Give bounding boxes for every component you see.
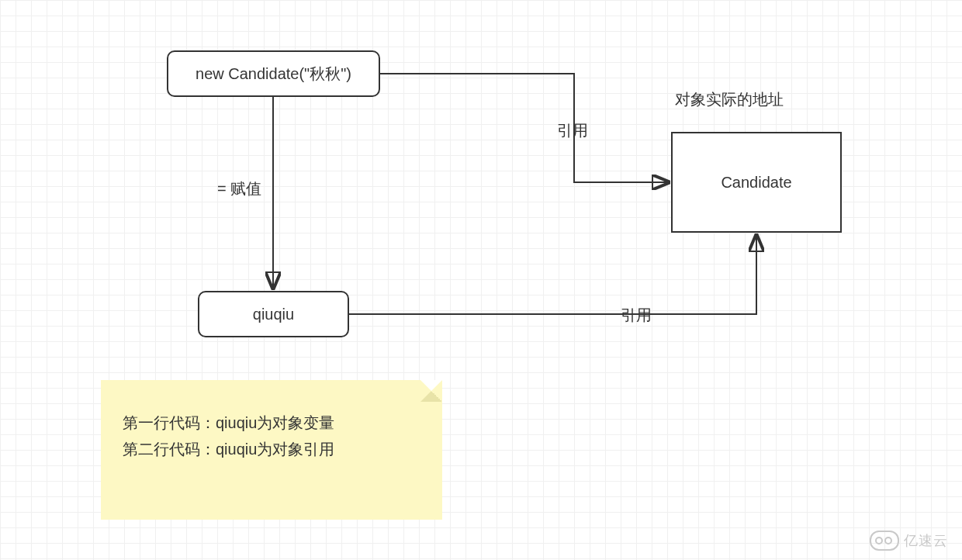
label-assign: = 赋值 [217, 178, 261, 199]
node-qiuqiu: qiuqiu [198, 291, 349, 337]
label-ref-top: 引用 [557, 120, 588, 141]
diagram-canvas: new Candidate("秋秋") qiuqiu Candidate = 赋… [0, 0, 962, 560]
node-qiuqiu-label: qiuqiu [253, 306, 294, 323]
watermark-text: 亿速云 [904, 531, 948, 550]
node-candidate-object-label: Candidate [721, 174, 791, 192]
label-heap-title: 对象实际的地址 [675, 89, 784, 110]
node-new-candidate: new Candidate("秋秋") [167, 50, 380, 97]
watermark-cloud-icon [870, 531, 899, 551]
arrow-ref-bottom [349, 235, 756, 314]
sticky-line-1: 第一行代码：qiuqiu为对象变量 [123, 410, 420, 436]
sticky-note: 第一行代码：qiuqiu为对象变量 第二行代码：qiuqiu为对象引用 [101, 380, 442, 520]
label-ref-bottom: 引用 [621, 305, 652, 326]
arrow-ref-top [380, 74, 669, 182]
watermark: 亿速云 [870, 531, 948, 551]
node-new-candidate-label: new Candidate("秋秋") [196, 64, 351, 85]
sticky-line-2: 第二行代码：qiuqiu为对象引用 [123, 436, 420, 462]
node-candidate-object: Candidate [671, 132, 842, 233]
